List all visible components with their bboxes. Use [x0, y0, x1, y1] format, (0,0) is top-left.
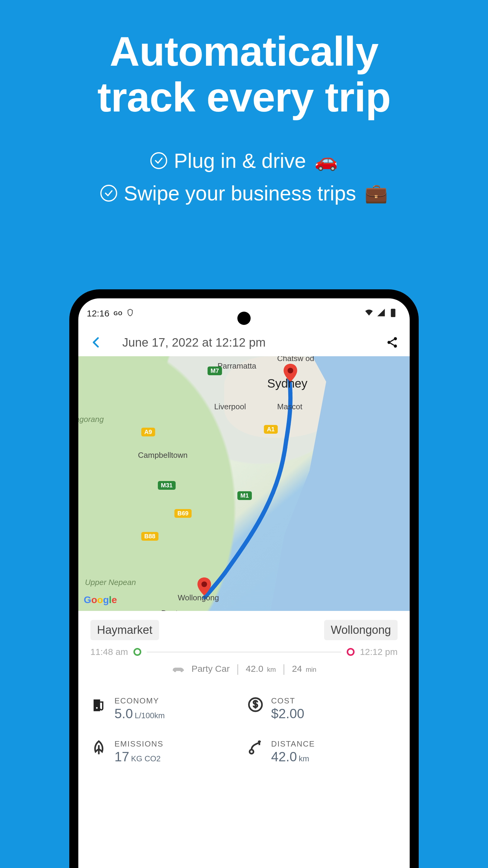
metric-value: 17: [115, 749, 129, 764]
car-icon: [172, 665, 185, 672]
metric-economy: ECONOMY 5.0L/100km: [90, 696, 241, 721]
metric-label: DISTANCE: [271, 739, 315, 749]
svg-point-2: [387, 341, 391, 344]
svg-point-4: [288, 368, 293, 373]
metric-unit: KG CO2: [131, 754, 161, 763]
promo-bullets: Plug in & drive 🚗 Swipe your business tr…: [0, 149, 488, 205]
metric-distance: DISTANCE 42.0km: [247, 739, 398, 764]
fuel-pump-icon: [90, 696, 107, 713]
check-icon: [100, 185, 117, 202]
app-header: June 17, 2022 at 12:12 pm: [78, 329, 410, 356]
metric-cost: COST $2.00: [247, 696, 398, 721]
road-shield: B69: [174, 509, 192, 518]
svg-point-11: [250, 750, 254, 754]
wifi-icon: [364, 308, 373, 319]
battery-icon: [389, 308, 398, 319]
map-label: Dapto: [161, 609, 182, 611]
status-app-badge: GO: [113, 310, 123, 317]
svg-rect-0: [391, 309, 395, 317]
trip-summary-row: Party Car | 42.0 km | 24 min: [90, 662, 398, 675]
trip-map[interactable]: Parramatta Chatsw od Sydney Liverpool Ma…: [78, 356, 410, 611]
promo-bullet-1: Plug in & drive 🚗: [150, 149, 337, 173]
svg-point-1: [394, 337, 397, 341]
metric-emissions: EMISSIONS 17KG CO2: [90, 739, 241, 764]
metric-value: 42.0: [271, 749, 297, 764]
phone-screen: 12:16 GO: [78, 299, 410, 868]
trip-distance-value: 42.0: [246, 664, 263, 674]
promo-headline: Automatically track every trip: [0, 0, 488, 120]
google-attribution: Google: [84, 594, 117, 606]
map-label: Campbelltown: [138, 451, 188, 460]
road-shield: M1: [237, 491, 252, 500]
leaf-icon: [90, 739, 107, 756]
trip-timeline: 11:48 am 12:12 pm: [90, 647, 398, 657]
promo-bullet-2: Swipe your business trips 💼: [100, 181, 388, 205]
briefcase-emoji: 💼: [364, 182, 388, 204]
svg-point-8: [96, 707, 98, 709]
svg-point-3: [394, 344, 397, 348]
share-button[interactable]: [384, 334, 401, 351]
timeline-dash: [147, 652, 341, 652]
map-label: Mascot: [277, 402, 302, 411]
svg-point-6: [174, 670, 176, 672]
headline-line-1: Automatically: [110, 28, 378, 74]
dollar-circle-icon: [247, 696, 264, 713]
metric-unit: km: [299, 754, 310, 763]
road-shield: M31: [158, 481, 175, 490]
map-label: Liverpool: [214, 402, 246, 411]
road-shield: A9: [141, 428, 155, 436]
map-label: Wollongong: [178, 593, 219, 602]
cellular-icon: [377, 308, 386, 319]
map-label-sydney: Sydney: [267, 377, 307, 390]
start-dot-icon: [133, 648, 141, 656]
headline-line-2: track every trip: [97, 74, 391, 120]
metric-value: 5.0: [115, 706, 133, 721]
back-button[interactable]: [87, 334, 104, 351]
road-shield: M7: [207, 367, 222, 375]
camera-punch-hole: [237, 312, 251, 325]
phone-mockup: 12:16 GO: [69, 289, 419, 868]
trip-duration-unit: min: [306, 666, 316, 673]
shield-icon: [127, 308, 133, 318]
trip-duration-value: 24: [292, 664, 302, 674]
metric-value: $2.00: [271, 706, 304, 721]
trip-to-chip[interactable]: Wollongong: [324, 620, 398, 640]
map-label: Chatsw od: [277, 356, 314, 363]
metric-unit: L/100km: [135, 711, 165, 720]
check-icon: [150, 152, 167, 169]
bullet-text: Plug in & drive: [174, 149, 306, 173]
car-emoji: 🚗: [315, 150, 338, 172]
route-polyline: [78, 356, 410, 611]
svg-point-5: [201, 581, 207, 587]
trip-vehicle-name: Party Car: [192, 664, 230, 674]
trip-end-time: 12:12 pm: [360, 647, 398, 657]
trip-details-panel: Haymarket Wollongong 11:48 am 12:12 pm P…: [78, 611, 410, 773]
end-dot-icon: [347, 648, 355, 656]
map-label-region: agorang: [78, 415, 104, 424]
road-shield: B88: [141, 532, 158, 541]
bullet-text: Swipe your business trips: [124, 181, 356, 205]
road-shield: A1: [264, 425, 278, 434]
map-label: Parramatta: [218, 361, 256, 371]
trip-date-title: June 17, 2022 at 12:12 pm: [104, 336, 384, 349]
metric-label: EMISSIONS: [115, 739, 163, 749]
metric-label: ECONOMY: [115, 696, 165, 706]
trip-start-time: 11:48 am: [90, 647, 128, 657]
metric-label: COST: [271, 696, 306, 706]
trip-distance-unit: km: [267, 666, 275, 673]
map-label-region: Upper Nepean: [85, 578, 136, 587]
trip-from-chip[interactable]: Haymarket: [90, 620, 159, 640]
svg-point-7: [181, 670, 183, 672]
status-time: 12:16: [87, 308, 109, 318]
distance-icon: [247, 739, 264, 756]
